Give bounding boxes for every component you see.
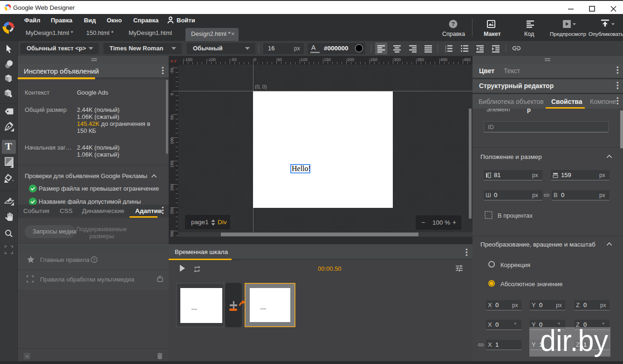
svg-text:?: ? xyxy=(93,257,95,262)
svg-text:3: 3 xyxy=(445,50,446,53)
svg-text:?: ? xyxy=(452,21,455,27)
